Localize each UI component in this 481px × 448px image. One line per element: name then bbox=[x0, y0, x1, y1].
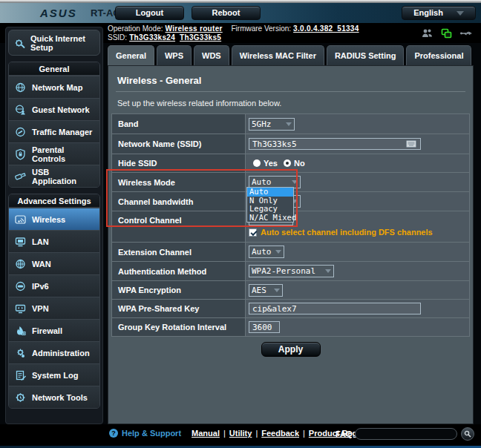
reboot-button[interactable]: Reboot bbox=[192, 6, 261, 20]
tab-radius-setting[interactable]: RADIUS Setting bbox=[327, 45, 405, 65]
sidebar-item-label: Network Map bbox=[32, 83, 82, 92]
table-row-wpa-key: WPA Pre-Shared Key bbox=[111, 300, 470, 318]
ssid-line: SSID:Th3G33ks24Th3G33ks5 bbox=[108, 33, 223, 42]
wpa-encryption-select[interactable]: AES bbox=[249, 284, 283, 297]
table-row-group-key: Group Key Rotation Interval bbox=[111, 318, 470, 337]
apply-button[interactable]: Apply bbox=[261, 342, 321, 357]
sidebar-item-label: Guest Network bbox=[32, 105, 90, 114]
sidebar-item-administration[interactable]: Administration bbox=[9, 341, 99, 363]
firmware-link[interactable]: 3.0.0.4.382_51334 bbox=[293, 24, 359, 33]
table-row-hide-ssid: Hide SSID Yes No bbox=[111, 154, 470, 173]
operation-mode-link[interactable]: Wireless router bbox=[166, 24, 223, 33]
top-bar: ASUS RT-AC85P Logout Reboot English bbox=[0, 3, 481, 23]
sidebar-item-label: USB Application bbox=[32, 168, 94, 185]
ssid-link-5g[interactable]: Th3G33ks5 bbox=[180, 33, 221, 42]
sidebar-item-wireless[interactable]: Wireless bbox=[9, 208, 99, 230]
auth-method-value: WPA2-Personal bbox=[252, 266, 315, 276]
clients-icon[interactable] bbox=[421, 27, 433, 39]
sidebar-group-advanced-settings: Advanced Settings Wireless LAN bbox=[8, 194, 100, 409]
link-separator: | bbox=[303, 429, 305, 438]
wireless-general-panel: Wireless - General Set up the wireless r… bbox=[108, 65, 474, 424]
group-key-label: Group Key Rotation Interval bbox=[112, 318, 246, 336]
sidebar-item-lan[interactable]: LAN bbox=[9, 230, 99, 252]
keyboard-icon[interactable] bbox=[406, 140, 416, 148]
help-support-link[interactable]: ? Help & Support bbox=[109, 429, 181, 438]
tab-wireless-mac-filter[interactable]: Wireless MAC Filter bbox=[232, 45, 324, 65]
extension-channel-select[interactable]: Auto bbox=[249, 246, 284, 258]
band-label: Band bbox=[112, 114, 246, 134]
sidebar-item-label: Wireless bbox=[32, 215, 65, 224]
language-selector[interactable]: English bbox=[402, 6, 476, 20]
sidebar-item-wan[interactable]: WAN bbox=[9, 252, 99, 274]
sidebar-group-general: General Network Map Guest Network bbox=[8, 62, 100, 188]
logout-button[interactable]: Logout bbox=[115, 6, 184, 20]
sidebar-item-network-tools[interactable]: Network Tools bbox=[9, 386, 99, 408]
faq-search-button[interactable] bbox=[461, 427, 474, 441]
wpa-key-input[interactable] bbox=[249, 303, 421, 314]
ssid-input[interactable] bbox=[249, 138, 421, 150]
chevron-down-icon bbox=[274, 289, 280, 292]
sidebar-item-firewall[interactable]: Firewall bbox=[9, 319, 99, 341]
sidebar-item-system-log[interactable]: System Log bbox=[9, 363, 99, 386]
chevron-down-icon bbox=[275, 250, 281, 254]
band-select[interactable]: 5GHz bbox=[249, 118, 295, 131]
sidebar-item-label: LAN bbox=[32, 237, 49, 246]
utility-link[interactable]: Utility bbox=[229, 429, 252, 438]
tab-professional[interactable]: Professional bbox=[406, 45, 471, 65]
dropdown-option-nac-mixed[interactable]: N/AC Mixed bbox=[247, 214, 293, 223]
chevron-down-icon bbox=[292, 180, 298, 184]
sidebar-item-guest-network[interactable]: Guest Network bbox=[9, 98, 99, 120]
ssid-label: SSID: bbox=[108, 33, 127, 42]
manual-link[interactable]: Manual bbox=[192, 429, 220, 438]
sidebar-item-label: Parental Controls bbox=[32, 145, 94, 163]
sidebar-item-ipv6[interactable]: IPv6 bbox=[9, 274, 99, 297]
auth-method-select[interactable]: WPA2-Personal bbox=[249, 265, 334, 277]
faq-search-input[interactable] bbox=[355, 428, 457, 440]
sidebar-item-traffic-manager[interactable]: Traffic Manager bbox=[9, 120, 99, 142]
group-key-input[interactable] bbox=[249, 321, 280, 333]
extension-channel-label: Extension Channel bbox=[112, 243, 246, 261]
tab-general[interactable]: General bbox=[108, 45, 154, 65]
firewall-icon bbox=[14, 325, 27, 337]
dropdown-option-auto[interactable]: Auto bbox=[247, 188, 293, 197]
sidebar-item-label: System Log bbox=[32, 371, 78, 380]
dfs-checkbox[interactable] bbox=[249, 228, 257, 237]
sidebar-item-parental-controls[interactable]: Parental Controls bbox=[9, 142, 99, 165]
sidebar-item-usb-application[interactable]: USB Application bbox=[9, 165, 99, 187]
hide-ssid-yes-radio[interactable] bbox=[253, 159, 261, 167]
wpa-encryption-value: AES bbox=[252, 286, 266, 295]
wireless-mode-value: Auto bbox=[252, 177, 272, 187]
sidebar: Quick Internet Setup General Network Map bbox=[5, 27, 103, 424]
feedback-link[interactable]: Feedback bbox=[261, 429, 299, 438]
wireless-tab-bar: General WPS WDS Wireless MAC Filter RADI… bbox=[108, 45, 471, 65]
table-row-wpa-encryption: WPA Encryption AES bbox=[111, 281, 470, 300]
hide-ssid-no-label: No bbox=[294, 159, 305, 168]
page-title: Wireless - General bbox=[117, 75, 201, 86]
vpn-icon bbox=[14, 303, 27, 314]
tab-wps[interactable]: WPS bbox=[157, 45, 192, 65]
footer: ? Help & Support Manual | Utility | Feed… bbox=[0, 424, 481, 448]
usb-status-icon[interactable] bbox=[459, 27, 472, 39]
sidebar-item-label: WAN bbox=[32, 260, 51, 269]
sidebar-item-quick-internet-setup[interactable]: Quick Internet Setup bbox=[8, 30, 100, 56]
chevron-down-icon bbox=[457, 11, 464, 16]
hide-ssid-yes-label: Yes bbox=[264, 159, 278, 168]
search-icon bbox=[464, 430, 471, 438]
hide-ssid-no-radio[interactable] bbox=[284, 159, 291, 167]
dropdown-option-legacy[interactable]: Legacy bbox=[247, 205, 293, 214]
firmware-label: Firmware Version: bbox=[232, 24, 292, 33]
language-label: English bbox=[413, 7, 443, 19]
sidebar-item-label: Administration bbox=[32, 349, 90, 358]
network-map-icon bbox=[14, 82, 27, 93]
asus-logo: ASUS bbox=[40, 7, 77, 19]
tab-wds[interactable]: WDS bbox=[194, 45, 229, 65]
traffic-manager-icon bbox=[14, 126, 27, 138]
sidebar-item-vpn[interactable]: VPN bbox=[9, 297, 99, 319]
channel-bandwidth-label: Channel bandwidth bbox=[112, 192, 246, 211]
ssid-link-24g[interactable]: Th3G33ks24 bbox=[129, 33, 175, 42]
table-row-band: Band 5GHz bbox=[111, 114, 470, 134]
table-row-ssid: Network Name (SSID) bbox=[111, 134, 470, 154]
connected-devices-icon[interactable] bbox=[440, 27, 453, 39]
wan-icon bbox=[14, 258, 27, 270]
sidebar-item-network-map[interactable]: Network Map bbox=[9, 76, 99, 98]
